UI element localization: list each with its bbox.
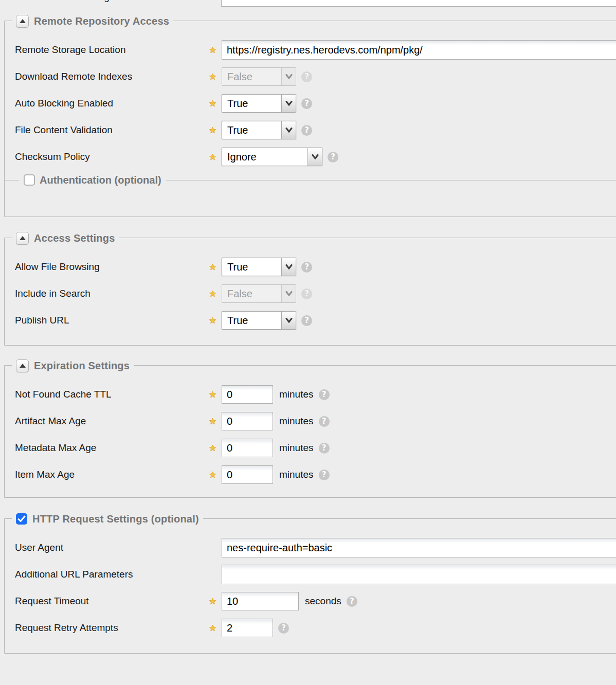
star-slot — [209, 153, 222, 161]
required-star-icon — [209, 317, 216, 325]
chevron-down-icon — [285, 264, 293, 269]
select-arrow-button[interactable] — [281, 95, 296, 112]
help-icon[interactable]: ? — [301, 125, 312, 136]
not-found-cache-ttl-input[interactable] — [222, 385, 273, 404]
form-row-checksum-policy: Checksum PolicyIgnore? — [15, 143, 616, 170]
required-star-icon — [209, 73, 216, 81]
select-arrow-button[interactable] — [281, 121, 296, 139]
artifact-max-age-label: Artifact Max Age — [15, 416, 209, 427]
help-icon[interactable]: ? — [301, 315, 312, 326]
help-icon[interactable]: ? — [319, 443, 330, 454]
section-legend-label: Remote Repository Access — [34, 15, 169, 27]
download-remote-indexes-select: False — [222, 67, 296, 86]
star-slot — [209, 391, 222, 399]
required-star-icon — [209, 418, 216, 425]
select-arrow-button[interactable] — [281, 258, 296, 276]
form-row-not-found-cache-ttl: Not Found Cache TTLminutes? — [15, 381, 616, 408]
help-icon[interactable]: ? — [328, 152, 338, 163]
collapse-button[interactable] — [16, 15, 29, 28]
chevron-down-icon — [285, 318, 293, 323]
metadata-max-age-label: Metadata Max Age — [15, 442, 209, 454]
help-icon[interactable]: ? — [319, 416, 330, 427]
metadata-max-age-unit-label: minutes — [279, 442, 314, 454]
select-arrow-button[interactable] — [307, 148, 322, 166]
subsection-legend-authentication-optional: Authentication (optional) — [5, 172, 616, 188]
include-in-search-label: Include in Search — [15, 288, 209, 299]
chevron-down-icon — [285, 291, 293, 296]
file-content-validation-select-value: True — [222, 121, 281, 139]
star-slot — [209, 46, 222, 54]
remote-storage-location-input[interactable] — [222, 40, 616, 60]
required-star-icon — [209, 391, 216, 399]
help-icon[interactable]: ? — [319, 470, 330, 480]
help-icon[interactable]: ? — [301, 289, 312, 299]
chevron-down-icon — [312, 154, 319, 159]
help-icon[interactable]: ? — [301, 262, 312, 273]
file-content-validation-label: File Content Validation — [15, 124, 209, 136]
section-legend: Expiration Settings — [12, 358, 134, 373]
section-rows: User AgentAdditional URL ParametersReque… — [5, 519, 616, 641]
remote-storage-location-label: Remote Storage Location — [15, 44, 209, 56]
help-icon[interactable]: ? — [301, 98, 312, 109]
publish-url-select[interactable]: True — [222, 311, 296, 330]
request-timeout-unit-label: seconds — [305, 596, 341, 607]
artifact-max-age-input[interactable] — [222, 412, 273, 430]
form-row-download-remote-indexes: Download Remote IndexesFalse? — [15, 63, 616, 90]
file-content-validation-select[interactable]: True — [222, 121, 296, 139]
request-timeout-input[interactable] — [222, 592, 299, 610]
star-slot — [209, 317, 222, 325]
item-max-age-input[interactable] — [222, 465, 273, 484]
required-star-icon — [209, 444, 216, 452]
item-max-age-label: Item Max Age — [15, 469, 209, 480]
form-row-artifact-max-age: Artifact Max Ageminutes? — [15, 408, 616, 435]
checksum-policy-label: Checksum Policy — [15, 151, 209, 163]
override-local-storage-location-input[interactable] — [221, 0, 616, 7]
section-legend: HTTP Request Settings (optional) — [12, 512, 203, 526]
additional-url-parameters-label: Additional URL Parameters — [15, 569, 209, 580]
additional-url-parameters-input[interactable] — [222, 565, 616, 584]
metadata-max-age-input[interactable] — [222, 439, 273, 457]
http-request-settings-optional-checkbox[interactable] — [16, 513, 27, 525]
required-star-icon — [209, 100, 216, 107]
form-row-item-max-age: Item Max Ageminutes? — [15, 461, 616, 488]
user-agent-label: User Agent — [15, 542, 209, 553]
authentication-optional-checkbox[interactable] — [24, 174, 35, 186]
item-max-age-unit-label: minutes — [279, 469, 314, 480]
override-local-storage-location-label: Override Local Storage Location — [14, 0, 155, 3]
checksum-policy-select[interactable]: Ignore — [222, 148, 322, 166]
collapse-button[interactable] — [16, 232, 29, 245]
download-remote-indexes-select-value: False — [222, 68, 281, 85]
request-retry-attempts-input[interactable] — [222, 619, 273, 637]
fieldset-http-request-settings-optional: HTTP Request Settings (optional)User Age… — [4, 518, 616, 654]
star-slot — [209, 127, 222, 134]
chevron-down-icon — [285, 74, 293, 79]
auto-blocking-enabled-select[interactable]: True — [222, 94, 296, 113]
form-row-request-timeout: Request Timeoutseconds? — [15, 588, 616, 615]
allow-file-browsing-select[interactable]: True — [222, 258, 296, 276]
artifact-max-age-unit-label: minutes — [279, 416, 314, 427]
form-row-request-retry-attempts: Request Retry Attempts? — [15, 615, 616, 641]
user-agent-input[interactable] — [222, 538, 616, 557]
repository-config-form: Override Local Storage Location Remote R… — [0, 0, 616, 685]
help-icon[interactable]: ? — [301, 71, 312, 82]
help-icon[interactable]: ? — [319, 389, 330, 400]
required-star-icon — [209, 127, 216, 134]
form-row-remote-storage-location: Remote Storage Location — [15, 37, 616, 63]
section-rows: Remote Storage LocationDownload Remote I… — [5, 21, 616, 188]
auto-blocking-enabled-select-value: True — [222, 95, 281, 112]
checksum-policy-select-value: Ignore — [222, 148, 307, 166]
allow-file-browsing-label: Allow File Browsing — [15, 261, 209, 273]
section-legend: Access Settings — [12, 231, 119, 245]
star-slot — [209, 418, 222, 425]
collapse-button[interactable] — [16, 359, 29, 372]
form-row-include-in-search: Include in SearchFalse? — [15, 280, 616, 307]
section-legend-label: Expiration Settings — [34, 360, 130, 372]
not-found-cache-ttl-label: Not Found Cache TTL — [15, 389, 209, 400]
select-arrow-button — [281, 68, 296, 85]
help-icon[interactable]: ? — [278, 623, 289, 634]
section-rows: Allow File BrowsingTrue?Include in Searc… — [5, 238, 616, 334]
chevron-up-icon — [20, 364, 26, 368]
fieldset-expiration-settings: Expiration SettingsNot Found Cache TTLmi… — [4, 365, 616, 498]
select-arrow-button[interactable] — [281, 312, 296, 329]
help-icon[interactable]: ? — [347, 596, 357, 607]
